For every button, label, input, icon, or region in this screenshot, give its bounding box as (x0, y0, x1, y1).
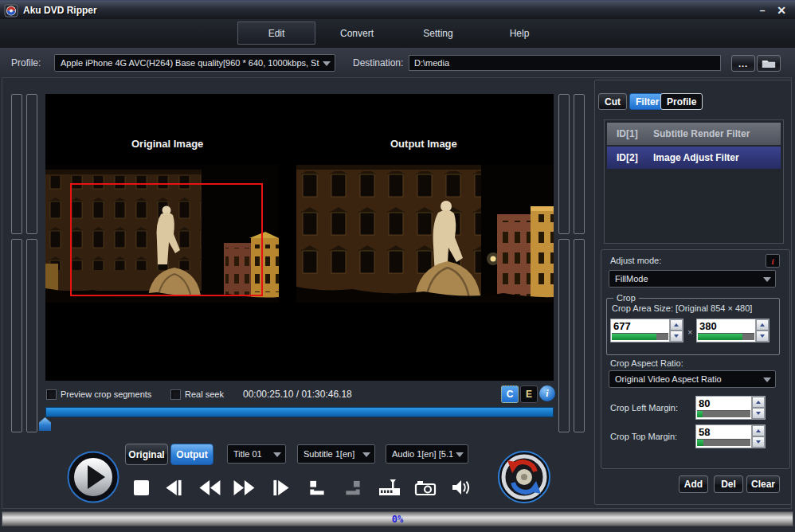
tab-convert[interactable]: Convert (322, 22, 392, 45)
profile-select[interactable]: Apple iPhone 4G AVC(H264) Base quality[9… (54, 54, 335, 72)
crop-left-margin-label: Crop Left Margin: (610, 403, 678, 413)
adjust-mode-label: Adjust mode: (610, 256, 661, 265)
destination-value: D:\media (414, 58, 449, 68)
crop-rectangle[interactable] (70, 183, 263, 296)
spin-up-button[interactable] (756, 319, 769, 331)
crop-left-margin-value[interactable]: 80 (696, 397, 751, 410)
mark-end-button[interactable] (343, 479, 363, 497)
step-forward-icon (271, 479, 292, 497)
right-panel: Cut Filter Profile ID[1] Subtitle Render… (594, 80, 792, 505)
decor-pillar (558, 239, 570, 432)
title-select[interactable]: Title 01 (227, 444, 286, 464)
times-sign: × (687, 327, 692, 337)
destination-input[interactable]: D:\media (409, 55, 721, 71)
original-image-label: Original Image (131, 138, 203, 150)
decor-pillar (558, 94, 570, 234)
crop-height-spinner[interactable]: 380 (696, 319, 770, 342)
spin-down-button[interactable] (752, 436, 765, 448)
crop-aspect-ratio-value: Original Video Aspect Ratio (615, 374, 722, 384)
play-icon (67, 451, 119, 503)
filter-id: ID[1] (617, 128, 653, 139)
crop-height-meter (698, 333, 754, 340)
spin-down-button[interactable] (756, 331, 769, 342)
convert-button[interactable] (497, 450, 551, 504)
spin-down-button[interactable] (752, 408, 765, 419)
previous-frame-button[interactable] (163, 479, 184, 497)
fast-forward-button[interactable] (231, 479, 257, 497)
status-progress-bar: 0% (2, 511, 793, 526)
output-view-button[interactable]: Output (170, 444, 213, 465)
tab-edit[interactable]: Edit (237, 22, 315, 45)
crop-left-margin-meter (697, 410, 750, 417)
segment-marker-button[interactable] (378, 478, 401, 497)
crop-top-margin-value[interactable]: 58 (696, 425, 751, 439)
title-select-value: Title 01 (233, 449, 262, 459)
app-icon (4, 3, 18, 18)
crop-groupbox: Crop Crop Area Size: [Original 854 × 480… (606, 298, 780, 355)
volume-button[interactable] (450, 478, 472, 497)
crop-toggle-button[interactable]: C (501, 385, 519, 403)
audio-select-value: Audio 1[en] [5.1 (392, 449, 453, 459)
filter-name: Subtitle Render Filter (653, 128, 750, 139)
crop-height-value[interactable]: 380 (697, 319, 755, 333)
next-frame-button[interactable] (271, 479, 292, 497)
crop-top-margin-spinner[interactable]: 58 (695, 424, 766, 448)
crop-left-margin-spinner[interactable]: 80 (695, 396, 766, 420)
toolbar: Profile: Apple iPhone 4G AVC(H264) Base … (0, 48, 795, 78)
effect-button[interactable]: E (520, 385, 538, 403)
crop-width-value[interactable]: 677 (611, 319, 669, 333)
crop-aspect-ratio-label: Crop Aspect Ratio: (610, 358, 683, 368)
crop-group-label: Crop (613, 293, 639, 303)
film-marker-icon (378, 478, 401, 497)
spin-up-button[interactable] (670, 319, 683, 331)
stop-button[interactable] (132, 479, 151, 497)
clear-button[interactable]: Clear (746, 475, 780, 493)
adjust-mode-select[interactable]: FillMode (609, 270, 776, 288)
mark-start-button[interactable] (307, 479, 327, 497)
spin-up-button[interactable] (752, 425, 765, 436)
tab-help[interactable]: Help (484, 22, 554, 45)
close-button[interactable]: ✕ (773, 3, 790, 17)
fast-forward-icon (231, 479, 257, 497)
chevron-down-icon (362, 452, 370, 457)
filter-list: ID[1] Subtitle Render Filter ID[2] Image… (604, 119, 784, 244)
chevron-down-icon (763, 377, 771, 382)
open-folder-button[interactable] (757, 55, 781, 72)
filter-name: Image Adjust Filter (653, 152, 739, 163)
rewind-button[interactable] (198, 479, 223, 497)
seek-bar[interactable] (45, 407, 554, 417)
info-button[interactable]: i (539, 385, 555, 401)
del-button[interactable]: Del (714, 475, 743, 493)
real-seek-label: Real seek (185, 389, 224, 399)
chevron-down-icon (456, 452, 464, 457)
camera-icon (413, 478, 437, 497)
spin-up-button[interactable] (752, 397, 765, 408)
spin-down-button[interactable] (670, 331, 683, 342)
crop-top-margin-label: Crop Top Margin: (610, 432, 677, 441)
filter-list-item-subtitle[interactable]: ID[1] Subtitle Render Filter (607, 123, 781, 145)
adjust-info-button[interactable]: i (766, 254, 780, 268)
convert-disc-icon (497, 450, 551, 504)
audio-select[interactable]: Audio 1[en] [5.1 (386, 444, 468, 464)
add-button[interactable]: Add (679, 475, 708, 493)
chevron-down-icon (323, 61, 331, 66)
minimize-button[interactable]: – (754, 3, 771, 17)
snapshot-button[interactable] (413, 478, 437, 497)
original-view-button[interactable]: Original (125, 444, 168, 465)
folder-icon (762, 58, 776, 68)
tab-cut[interactable]: Cut (598, 93, 627, 110)
tab-setting[interactable]: Setting (403, 22, 473, 45)
chevron-down-icon (763, 277, 771, 282)
filter-list-item-image-adjust[interactable]: ID[2] Image Adjust Filter (607, 147, 781, 169)
subtitle-select[interactable]: Subtitle 1[en] (297, 444, 375, 464)
subtitle-select-value: Subtitle 1[en] (304, 449, 354, 459)
real-seek-checkbox[interactable] (170, 389, 181, 400)
crop-width-spinner[interactable]: 677 (610, 319, 683, 342)
crop-aspect-ratio-select[interactable]: Original Video Aspect Ratio (609, 370, 776, 388)
mark-start-icon (307, 479, 327, 497)
tab-profile[interactable]: Profile (660, 93, 703, 110)
chevron-down-icon (273, 452, 281, 457)
play-button[interactable] (67, 451, 119, 503)
preview-crop-segments-checkbox[interactable] (46, 389, 57, 400)
browse-button[interactable]: ... (731, 55, 755, 72)
